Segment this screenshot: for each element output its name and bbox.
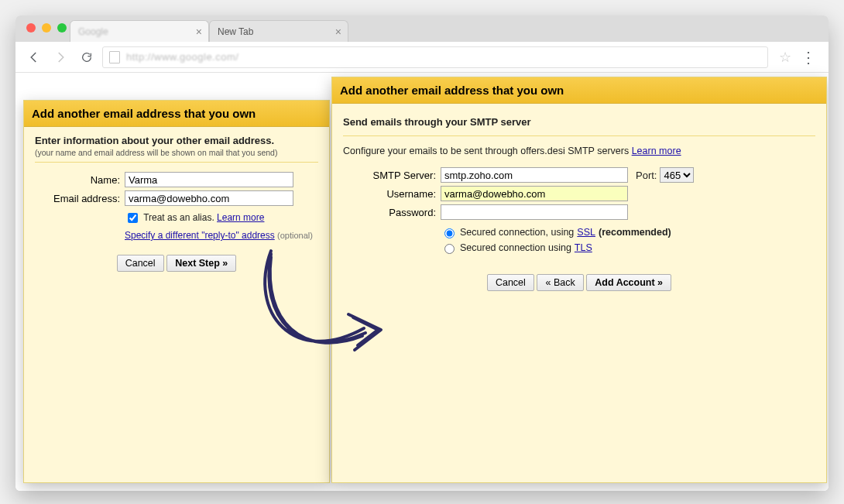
browser-toolbar: http://www.google.com/ ☆ ⋮ [15, 42, 829, 73]
minimize-window-icon[interactable] [42, 23, 51, 33]
alias-checkbox[interactable] [128, 213, 138, 223]
alias-label: Treat as an alias. [143, 212, 214, 223]
close-tab-icon[interactable]: × [335, 26, 341, 38]
reply-to-optional: (optional) [277, 231, 313, 240]
tls-radio[interactable] [444, 244, 455, 254]
browser-window: Google × New Tab × http://www.google.com… [15, 15, 829, 491]
ssl-recommended: (recommended) [599, 227, 671, 238]
tab-title: Google [78, 26, 108, 37]
tls-label-pre: Secured connection using [460, 242, 571, 253]
panel-subheader: Send emails through your SMTP server [343, 111, 815, 131]
separator [343, 135, 815, 136]
ssl-radio[interactable] [444, 228, 455, 238]
panel-header: Add another email address that you own [332, 77, 826, 104]
config-text: Configure your emails to be sent through… [343, 146, 629, 156]
panel-header: Add another email address that you own [24, 101, 329, 127]
close-tab-icon[interactable]: × [196, 26, 202, 38]
port-select[interactable]: 465 [660, 167, 694, 183]
reload-icon [81, 51, 93, 63]
window-controls [26, 23, 67, 33]
page-icon [109, 51, 120, 63]
maximize-window-icon[interactable] [57, 23, 67, 33]
add-account-button[interactable]: Add Account » [586, 274, 671, 291]
add-address-panel-step1: Add another email address that you own E… [23, 100, 330, 483]
alias-learn-more-link[interactable]: Learn more [217, 212, 264, 223]
name-label: Name: [35, 174, 120, 186]
ssl-link[interactable]: SSL [577, 227, 595, 238]
username-label: Username: [343, 188, 436, 200]
config-learn-more-link[interactable]: Learn more [632, 146, 681, 156]
arrow-left-icon [27, 50, 41, 64]
panel-subtitle: Enter information about your other email… [35, 135, 318, 146]
username-input[interactable] [441, 186, 628, 201]
add-address-panel-step2: Add another email address that you own S… [331, 77, 827, 483]
name-input[interactable] [125, 172, 293, 187]
reload-button[interactable] [76, 46, 98, 68]
tab-new[interactable]: New Tab × [209, 20, 348, 42]
cancel-button[interactable]: Cancel [117, 255, 164, 272]
cancel-button[interactable]: Cancel [487, 274, 534, 291]
next-step-button[interactable]: Next Step » [166, 255, 236, 272]
email-label: Email address: [35, 193, 120, 204]
port-label: Port: [636, 170, 657, 181]
tab-active[interactable]: Google × [70, 20, 209, 42]
tls-link[interactable]: TLS [575, 242, 592, 253]
page-content: Add another email address that you own E… [15, 73, 829, 491]
smtp-server-input[interactable] [441, 167, 628, 183]
smtp-label: SMTP Server: [343, 170, 436, 181]
password-input[interactable] [441, 204, 628, 220]
close-window-icon[interactable] [26, 23, 36, 33]
panel-subnote: (your name and email address will be sho… [35, 148, 318, 157]
email-input[interactable] [125, 190, 293, 206]
address-bar[interactable]: http://www.google.com/ [102, 46, 768, 68]
tab-title: New Tab [218, 26, 253, 37]
menu-icon[interactable]: ⋮ [796, 48, 821, 67]
bookmark-star-icon[interactable]: ☆ [779, 49, 791, 66]
password-label: Password: [343, 207, 436, 218]
url-text: http://www.google.com/ [126, 51, 238, 63]
arrow-right-icon [53, 50, 67, 64]
ssl-label-pre: Secured connection, using [460, 227, 574, 238]
back-button[interactable]: « Back [537, 274, 583, 291]
separator [35, 162, 318, 163]
forward-button[interactable] [50, 46, 71, 68]
tab-strip: Google × New Tab × [15, 15, 829, 42]
reply-to-link[interactable]: Specify a different "reply-to" address [125, 230, 275, 241]
back-button[interactable] [23, 46, 45, 68]
